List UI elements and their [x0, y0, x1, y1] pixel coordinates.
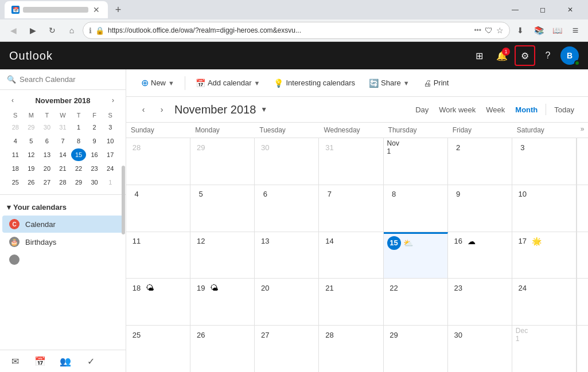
mini-cal-day[interactable]: 11 — [8, 148, 23, 161]
month-dropdown-button[interactable]: ▼ — [260, 105, 267, 113]
cal-day-31oct[interactable]: 31 — [319, 138, 383, 185]
view-month-button[interactable]: Month — [511, 103, 542, 116]
cal-day-8[interactable]: 8 — [384, 185, 448, 232]
cal-day-6[interactable]: 6 — [255, 185, 319, 232]
search-input[interactable] — [20, 75, 119, 84]
new-tab-button[interactable]: + — [110, 2, 126, 18]
cal-day-10[interactable]: 10 — [512, 185, 577, 232]
browser-menu-button[interactable]: ≡ — [567, 22, 583, 38]
mini-cal-day[interactable]: 20 — [40, 162, 54, 175]
back-button[interactable]: ◀ — [5, 22, 22, 39]
cal-day-14[interactable]: 14 — [319, 232, 383, 279]
mini-cal-day[interactable]: 28 — [8, 121, 23, 134]
calendar-item-calendar[interactable]: C Calendar — [2, 216, 123, 233]
reload-button[interactable]: ↻ — [44, 22, 61, 39]
cal-day-26[interactable]: 26 — [190, 326, 255, 372]
cal-day-30[interactable]: 30 — [448, 326, 512, 372]
settings-button[interactable]: ⚙ — [515, 45, 535, 66]
reading-list-button[interactable]: 📚 — [531, 22, 547, 38]
collapse-button[interactable]: » — [577, 123, 588, 133]
mini-cal-day[interactable]: 31 — [56, 121, 71, 134]
mini-cal-today[interactable]: 15 — [71, 148, 86, 161]
view-today-button[interactable]: Today — [550, 103, 579, 116]
cal-day-9[interactable]: 9 — [448, 185, 512, 232]
view-week-button[interactable]: Week — [481, 103, 509, 116]
mini-cal-day[interactable]: 25 — [8, 176, 23, 189]
mini-cal-day[interactable]: 6 — [40, 135, 54, 147]
cal-day-24[interactable]: 24 — [512, 279, 577, 325]
cal-day-20[interactable]: 20 — [255, 279, 319, 325]
mini-cal-day[interactable]: 28 — [56, 176, 71, 189]
cal-day-13[interactable]: 13 — [255, 232, 319, 279]
new-button[interactable]: ⊕ New ▼ — [135, 74, 180, 92]
mini-cal-day[interactable]: 17 — [103, 148, 118, 161]
cal-day-18[interactable]: 18 🌤 — [126, 279, 190, 325]
cal-day-21[interactable]: 21 — [319, 279, 383, 325]
immersive-reader-button[interactable]: 📖 — [549, 22, 565, 38]
people-nav-button[interactable]: 👥 — [57, 354, 73, 370]
cal-day-17[interactable]: 17 🌟 — [512, 232, 577, 279]
mini-cal-day[interactable]: 9 — [87, 135, 102, 147]
cal-day-23[interactable]: 23 — [448, 279, 512, 325]
mini-cal-day[interactable]: 24 — [103, 162, 118, 175]
mini-cal-day[interactable]: 5 — [24, 135, 39, 147]
close-button[interactable]: ✕ — [557, 1, 583, 18]
view-day-button[interactable]: Day — [411, 103, 433, 116]
mini-cal-day[interactable]: 7 — [56, 135, 71, 147]
mini-cal-day[interactable]: 12 — [24, 148, 39, 161]
cal-day-29[interactable]: 29 — [384, 326, 448, 372]
mini-cal-day[interactable]: 8 — [71, 135, 86, 147]
mini-cal-day[interactable]: 21 — [56, 162, 71, 175]
mini-cal-day[interactable]: 18 — [8, 162, 23, 175]
cal-day-27[interactable]: 27 — [255, 326, 319, 372]
cal-day-12[interactable]: 12 — [190, 232, 255, 279]
cal-day-16[interactable]: 16 ☁ — [448, 232, 512, 279]
mini-cal-day[interactable]: 14 — [56, 148, 71, 161]
cal-day-2nov[interactable]: 2 — [448, 138, 512, 185]
cal-day-11[interactable]: 11 — [126, 232, 190, 279]
tab-close-btn[interactable]: ✕ — [92, 5, 101, 14]
calendar-item-birthdays[interactable]: 🎂 Birthdays — [2, 233, 123, 250]
add-calendar-button[interactable]: 📅 Add calendar ▼ — [190, 75, 266, 91]
new-dropdown-icon[interactable]: ▼ — [168, 80, 174, 87]
mini-cal-day[interactable]: 1 — [71, 121, 86, 134]
cal-day-15-today[interactable]: 15 ⛅ — [384, 232, 448, 279]
cal-prev-button[interactable]: ‹ — [135, 101, 151, 118]
forward-button[interactable]: ▶ — [24, 22, 41, 39]
minimize-button[interactable]: — — [502, 1, 528, 18]
active-tab[interactable]: 📅 ✕ — [5, 1, 108, 18]
mini-cal-day[interactable]: 16 — [87, 148, 102, 161]
your-calendars-header[interactable]: ▾ Your calendars — [0, 199, 126, 215]
mini-cal-day[interactable]: 22 — [71, 162, 86, 175]
print-button[interactable]: 🖨 Print — [418, 75, 455, 91]
calendar-nav-button[interactable]: 📅 — [32, 354, 48, 370]
mini-cal-day[interactable]: 19 — [24, 162, 39, 175]
mini-cal-next[interactable]: › — [107, 95, 119, 106]
cal-day-3nov[interactable]: 3 — [512, 138, 577, 185]
star-icon[interactable]: ☆ — [496, 26, 504, 35]
mini-cal-day[interactable]: 29 — [71, 176, 86, 189]
cal-day-1nov[interactable]: Nov 1 — [384, 138, 448, 185]
mini-cal-day[interactable]: 10 — [103, 135, 118, 147]
cal-day-25[interactable]: 25 — [126, 326, 190, 372]
user-avatar[interactable]: B — [560, 46, 579, 65]
mini-cal-day[interactable]: 30 — [40, 121, 54, 134]
interesting-calendars-button[interactable]: 💡 Interesting calendars — [268, 75, 361, 91]
help-button[interactable]: ? — [538, 45, 558, 66]
address-bar[interactable]: ℹ 🔒 https://outlook.office.de/owa/?realm… — [83, 22, 510, 39]
cal-day-5[interactable]: 5 — [190, 185, 255, 232]
mini-cal-day[interactable]: 27 — [40, 176, 54, 189]
cal-next-button[interactable]: › — [154, 101, 170, 118]
home-button[interactable]: ⌂ — [63, 22, 80, 39]
mini-cal-day[interactable]: 13 — [40, 148, 54, 161]
mini-cal-day[interactable]: 26 — [24, 176, 39, 189]
calendar-month-title[interactable]: November 2018 — [174, 103, 256, 116]
cal-day-28[interactable]: 28 — [319, 326, 383, 372]
mini-cal-day[interactable]: 30 — [87, 176, 102, 189]
share-button[interactable]: 🔄 Share ▼ — [363, 75, 415, 91]
view-workweek-button[interactable]: Work week — [434, 103, 480, 116]
download-button[interactable]: ⬇ — [512, 22, 528, 38]
cal-day-22[interactable]: 22 — [384, 279, 448, 325]
cal-day-30oct[interactable]: 30 — [255, 138, 319, 185]
notifications-button[interactable]: 🔔 1 — [492, 45, 512, 66]
